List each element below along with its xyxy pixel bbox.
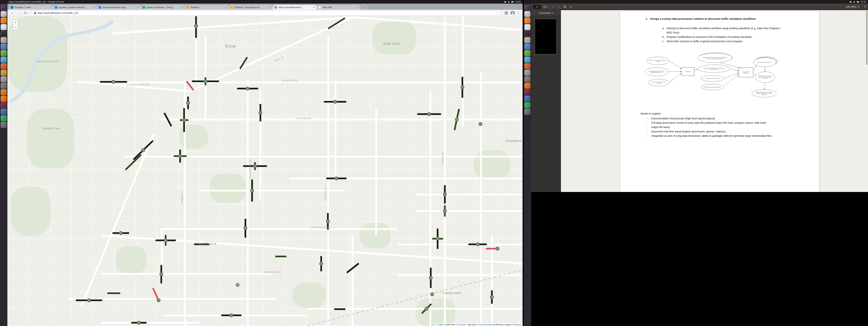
attribution-text: contributors, Imagery © xyxy=(492,323,514,326)
tab-close-icon[interactable]: × xyxy=(49,6,52,9)
attribution-link[interactable]: Leaflet xyxy=(437,323,443,326)
firefox-icon[interactable] xyxy=(1,18,7,24)
rhythmbox-icon[interactable] xyxy=(524,63,530,69)
browser-tab[interactable]: New Tab× xyxy=(317,5,361,10)
files-icon[interactable] xyxy=(524,11,530,17)
profile-avatar[interactable] xyxy=(511,11,515,15)
page-number-entry[interactable]: 1 xyxy=(533,5,541,9)
traffic-map[interactable]: + − Leaflet | Traffic data © VicRoads · … xyxy=(7,16,523,326)
tab-close-icon[interactable]: × xyxy=(312,6,315,9)
bookmark-star-icon[interactable]: ☆ xyxy=(495,11,497,15)
clock[interactable]: 12:41 xyxy=(515,1,521,3)
browser-tab[interactable]: PedaViz× xyxy=(185,5,229,10)
previous-page-button[interactable]: ‹ xyxy=(551,5,555,9)
vlc-icon[interactable] xyxy=(1,96,7,102)
image-viewer-icon[interactable] xyxy=(524,57,530,63)
terminal-icon[interactable] xyxy=(524,31,530,36)
map-street-label: POWER ST xyxy=(181,191,184,204)
park-area xyxy=(373,22,416,54)
dash-home-icon[interactable] xyxy=(524,4,530,10)
system-settings-icon[interactable] xyxy=(524,70,530,76)
files-icon[interactable] xyxy=(1,11,7,17)
battery-icon[interactable] xyxy=(512,1,514,3)
doc-bullet-dash: - xyxy=(647,134,651,138)
tab-label: PedaViz: Visualising Ho... xyxy=(235,6,268,9)
gedit-icon[interactable] xyxy=(1,37,7,43)
back-button[interactable]: ← xyxy=(10,10,15,16)
virtualbox-icon[interactable] xyxy=(1,109,7,115)
network-icon[interactable] xyxy=(504,1,506,3)
tab-close-icon[interactable]: × xyxy=(181,6,183,9)
zoom-in-button[interactable]: + xyxy=(13,20,18,25)
attribution-link[interactable]: OpenStreetMap xyxy=(478,323,493,326)
volume-icon[interactable] xyxy=(508,1,509,3)
reload-button[interactable]: ↻ xyxy=(23,10,28,16)
attribution-link[interactable]: Mapbox xyxy=(514,323,521,326)
libreoffice-writer-icon[interactable] xyxy=(524,44,530,50)
spotify-icon[interactable] xyxy=(1,115,7,121)
battery-icon[interactable] xyxy=(857,1,859,3)
page-thumbnail[interactable] xyxy=(535,19,557,54)
doc-item-letter: c. xyxy=(662,39,666,44)
slack-icon[interactable] xyxy=(1,102,7,108)
menu-button[interactable]: ≡ xyxy=(568,5,573,9)
chrome-icon[interactable] xyxy=(1,24,7,30)
browser-tab[interactable]: draft visualisation pap...× xyxy=(97,5,141,10)
gimp-icon[interactable] xyxy=(524,76,530,82)
browser-tab[interactable]: https://austrafficwatch...× xyxy=(273,5,317,10)
document-page: 1. Design a custom data provenance notat… xyxy=(620,11,819,192)
network-icon[interactable] xyxy=(850,1,851,3)
forward-button[interactable]: → xyxy=(17,10,22,16)
extension-gear-icon[interactable] xyxy=(504,11,508,15)
gimp-icon[interactable] xyxy=(1,83,7,89)
document-scrollbar[interactable] xyxy=(866,10,868,65)
new-tab-button[interactable]: + xyxy=(362,5,367,9)
browser-tab[interactable]: peda-vis fishmap - Goog...× xyxy=(141,5,185,10)
slack-icon[interactable] xyxy=(524,89,530,95)
browser-menu-icon[interactable]: ⋮ xyxy=(517,11,520,15)
vlc-icon[interactable] xyxy=(524,83,530,89)
close-window-icon[interactable]: ✕ xyxy=(864,5,866,8)
image-viewer-icon[interactable] xyxy=(1,57,7,63)
libreoffice-calc-icon[interactable] xyxy=(524,50,530,56)
libreoffice-calc-icon[interactable] xyxy=(1,50,7,56)
software-center-icon[interactable] xyxy=(1,70,7,76)
doc-bullet-text: Document real-time inputs/outputs (proce… xyxy=(651,129,773,134)
doc-list-item: b.Propose modifications to overcome (HCI… xyxy=(662,35,782,39)
sublime-text-icon[interactable] xyxy=(1,89,7,95)
tab-close-icon[interactable]: × xyxy=(356,6,359,9)
doc-heading: 1. Design a custom data provenance notat… xyxy=(646,17,758,21)
magnifier-icon xyxy=(564,6,566,8)
tab-close-icon[interactable]: × xyxy=(268,6,271,9)
attribution-link[interactable]: VicRoads xyxy=(457,323,466,326)
next-page-button[interactable]: › xyxy=(556,5,561,9)
libreoffice-writer-icon[interactable] xyxy=(1,44,7,50)
search-button[interactable] xyxy=(562,5,567,9)
rhythmbox-icon[interactable] xyxy=(1,63,7,69)
sidebar-mode-dropdown[interactable]: Thumbnails ▾ xyxy=(531,10,561,16)
svg-text:SCATS traffic signal configura: SCATS traffic signal configurations xyxy=(704,87,721,88)
browser-tab[interactable]: Postdoc | Trello× xyxy=(9,5,53,10)
document-view[interactable]: 1. Design a custom data provenance notat… xyxy=(561,10,868,192)
volume-icon[interactable] xyxy=(853,1,855,3)
chrome-icon[interactable] xyxy=(524,24,530,30)
tab-close-icon[interactable]: × xyxy=(224,6,227,9)
firefox-icon[interactable] xyxy=(524,18,530,24)
spotify-icon[interactable] xyxy=(524,102,530,108)
map-place-label: Kew xyxy=(225,44,237,49)
terminal-icon[interactable] xyxy=(1,31,7,36)
trash-icon[interactable] xyxy=(524,109,530,115)
tab-close-icon[interactable]: × xyxy=(136,6,140,9)
browser-tab[interactable]: PedaViz: Visualising Ho...× xyxy=(229,5,273,10)
browser-tab[interactable]: postdoc_deakin-monash...× xyxy=(53,5,97,10)
zoom-out-button[interactable]: − xyxy=(13,25,18,30)
system-settings-icon[interactable] xyxy=(1,76,7,82)
virtualbox-icon[interactable] xyxy=(524,96,530,102)
address-bar[interactable]: https://austrafficwatch.com/traffic_vis/… xyxy=(32,10,500,16)
document-viewer-icon[interactable] xyxy=(524,37,530,43)
dash-home-icon[interactable] xyxy=(1,4,7,10)
trash-icon[interactable] xyxy=(1,122,7,128)
tab-close-icon[interactable]: × xyxy=(93,6,95,9)
clock[interactable]: 12:41 xyxy=(861,1,866,3)
zoom-level-dropdown[interactable]: 138.795% ▾ xyxy=(844,5,861,9)
